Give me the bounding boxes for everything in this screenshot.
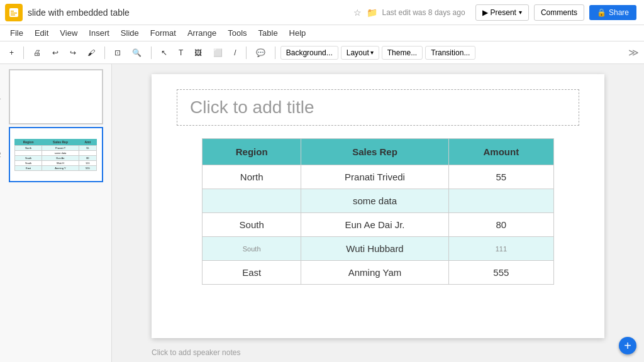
cell-region: South bbox=[203, 237, 301, 261]
menu-format[interactable]: Format bbox=[145, 27, 181, 39]
svg-rect-2 bbox=[11, 13, 17, 14]
last-edit-label: Last edit was 8 days ago bbox=[382, 8, 465, 17]
slide-canvas: Click to add title Region Sales Rep Amou… bbox=[152, 74, 604, 338]
table-header-amount: Amount bbox=[448, 139, 553, 165]
text-btn[interactable]: T bbox=[174, 46, 187, 60]
add-slide-fab[interactable]: + bbox=[619, 337, 636, 354]
paint-format-btn[interactable]: 🖌 bbox=[83, 46, 99, 60]
shape-btn[interactable]: ⬜ bbox=[209, 46, 227, 60]
mini-table-preview: RegionSales RepAmt NorthPranati T55 some… bbox=[14, 139, 97, 171]
cell-region bbox=[203, 189, 301, 213]
slide-2-preview: RegionSales RepAmt NorthPranati T55 some… bbox=[10, 128, 102, 181]
table-row: some data bbox=[203, 189, 554, 213]
cell-amount bbox=[448, 189, 553, 213]
zoom-in-btn[interactable]: 🔍 bbox=[128, 46, 146, 60]
menu-table[interactable]: Table bbox=[253, 27, 283, 39]
menu-edit[interactable]: Edit bbox=[30, 27, 53, 39]
slides-panel: 1 2 RegionSales RepAmt NorthPranati T55 … bbox=[0, 64, 112, 362]
slide-1-preview bbox=[10, 70, 102, 123]
toolbar-sep-3 bbox=[151, 47, 152, 59]
add-slide-btn[interactable]: + bbox=[5, 46, 18, 60]
slide-number-1: 1 bbox=[0, 93, 1, 101]
line-btn[interactable]: / bbox=[230, 46, 240, 60]
cell-salesrep: Wuti Hubbard bbox=[301, 237, 448, 261]
lock-icon: 🔒 bbox=[597, 8, 606, 17]
cell-salesrep: Anming Yam bbox=[301, 261, 448, 285]
theme-dropdown[interactable]: Theme... bbox=[382, 46, 423, 60]
undo-btn[interactable]: ↩ bbox=[48, 46, 63, 60]
menu-view[interactable]: View bbox=[55, 27, 82, 39]
cell-amount: 111 bbox=[448, 237, 553, 261]
cell-region: North bbox=[203, 165, 301, 189]
share-button[interactable]: 🔒 Share bbox=[589, 5, 636, 20]
transition-dropdown[interactable]: Transition... bbox=[425, 46, 475, 60]
menu-file[interactable]: File bbox=[5, 27, 28, 39]
cell-salesrep: Eun Ae Dai Jr. bbox=[301, 213, 448, 237]
toolbar-sep-1 bbox=[23, 47, 24, 59]
cell-amount: 80 bbox=[448, 213, 553, 237]
document-title: slide with embedded table bbox=[28, 8, 348, 18]
zoom-fit-btn[interactable]: ⊡ bbox=[110, 46, 125, 60]
layout-chevron: ▾ bbox=[370, 49, 374, 56]
star-icon[interactable]: ☆ bbox=[353, 8, 362, 18]
table-header-salesrep: Sales Rep bbox=[301, 139, 448, 165]
layout-dropdown[interactable]: Layout ▾ bbox=[341, 46, 379, 60]
select-btn[interactable]: ↖ bbox=[157, 46, 172, 60]
redo-btn[interactable]: ↪ bbox=[65, 46, 80, 60]
toolbar-sep-5 bbox=[275, 47, 275, 59]
cell-amount: 55 bbox=[448, 165, 553, 189]
menu-tools[interactable]: Tools bbox=[223, 27, 252, 39]
background-dropdown[interactable]: Background... bbox=[280, 46, 338, 60]
slide-thumb-2[interactable]: RegionSales RepAmt NorthPranati T55 some… bbox=[9, 127, 103, 182]
cell-salesrep: some data bbox=[301, 189, 448, 213]
table-row: South Eun Ae Dai Jr. 80 bbox=[203, 213, 554, 237]
cell-region: South bbox=[203, 213, 301, 237]
toolbar-sep-4 bbox=[246, 47, 247, 59]
menu-help[interactable]: Help bbox=[284, 27, 311, 39]
table-row: North Pranati Trivedi 55 bbox=[203, 165, 554, 189]
table-row: South Wuti Hubbard 111 bbox=[203, 237, 554, 261]
app-icon bbox=[5, 4, 23, 21]
comment-btn[interactable]: 💬 bbox=[252, 46, 270, 60]
chevron-down-icon: ▾ bbox=[519, 9, 522, 16]
play-icon: ▶ bbox=[482, 8, 488, 17]
slide-number-2: 2 bbox=[0, 151, 1, 158]
editor-area: Click to add title Region Sales Rep Amou… bbox=[112, 64, 644, 362]
menu-insert[interactable]: Insert bbox=[84, 27, 114, 39]
present-button[interactable]: ▶ Present ▾ bbox=[475, 4, 529, 21]
cell-salesrep: Pranati Trivedi bbox=[301, 165, 448, 189]
collapse-icon[interactable]: ≫ bbox=[628, 47, 639, 58]
image-btn[interactable]: 🖼 bbox=[190, 46, 206, 60]
folder-icon[interactable]: 📁 bbox=[367, 8, 377, 18]
menu-slide[interactable]: Slide bbox=[116, 27, 144, 39]
svg-rect-3 bbox=[11, 14, 15, 16]
print-btn[interactable]: 🖨 bbox=[29, 46, 45, 60]
slide-thumb-2-wrapper: 2 RegionSales RepAmt NorthPranati T55 so… bbox=[9, 127, 103, 182]
toolbar-sep-2 bbox=[104, 47, 105, 59]
slide-thumb-1-wrapper: 1 bbox=[9, 69, 103, 124]
table-row: East Anming Yam 555 bbox=[203, 261, 554, 285]
svg-rect-1 bbox=[11, 11, 14, 12]
title-placeholder[interactable]: Click to add title bbox=[177, 89, 579, 126]
cell-amount: 555 bbox=[448, 261, 553, 285]
embedded-table[interactable]: Region Sales Rep Amount North Pranati Tr… bbox=[202, 138, 554, 285]
cell-region: East bbox=[203, 261, 301, 285]
notes-placeholder[interactable]: Click to add speaker notes bbox=[152, 343, 604, 362]
comments-button[interactable]: Comments bbox=[534, 4, 584, 21]
menu-arrange[interactable]: Arrange bbox=[182, 27, 221, 39]
table-header-region: Region bbox=[203, 139, 301, 165]
slide-thumb-1[interactable] bbox=[9, 69, 103, 124]
